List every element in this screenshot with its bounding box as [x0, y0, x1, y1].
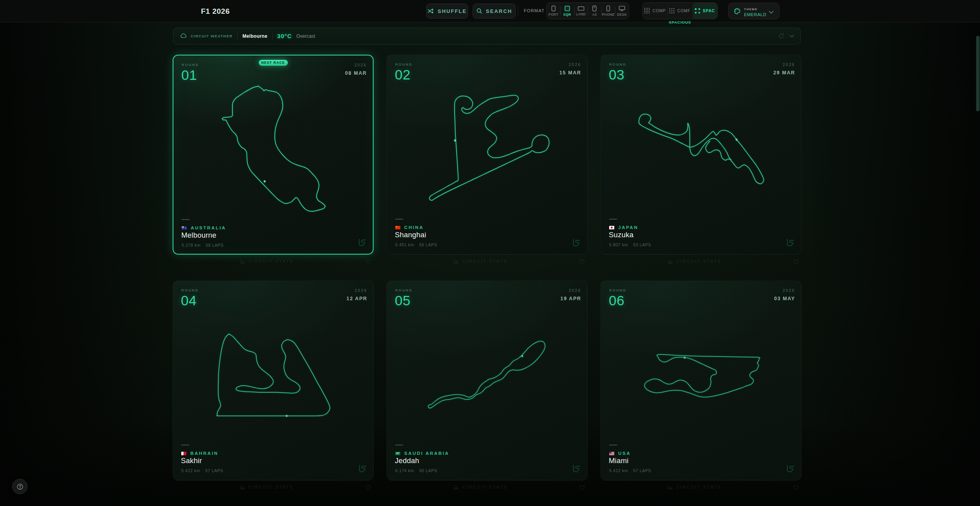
svg-text:A3: A3: [594, 6, 595, 8]
